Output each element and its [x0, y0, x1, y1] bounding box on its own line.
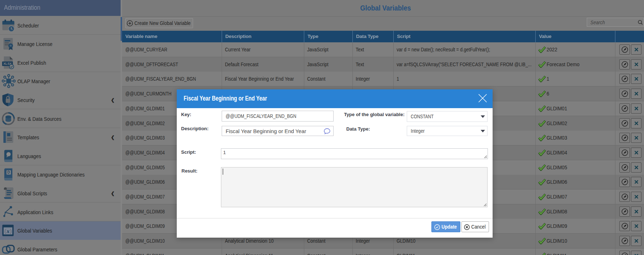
- svg-text:(: (: [4, 228, 6, 234]
- svg-text:D: D: [7, 171, 10, 175]
- svg-text:x: x: [6, 228, 9, 234]
- svg-text:): ): [10, 228, 12, 234]
